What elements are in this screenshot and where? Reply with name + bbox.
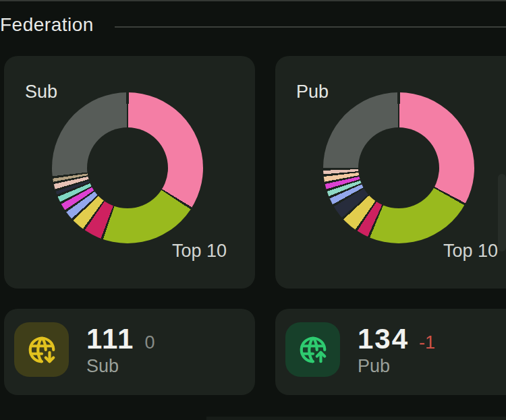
pub-stat-text: 134 -1 Pub	[358, 325, 435, 377]
donut-hole	[358, 127, 439, 208]
sub-delta: 0	[144, 334, 154, 352]
sub-stat-panel: 111 0 Sub	[4, 309, 255, 395]
section-title: Federation	[0, 14, 94, 36]
top-divider	[0, 0, 506, 1]
globe-up-icon	[285, 322, 340, 377]
top10-label-sub: Top 10	[172, 241, 227, 262]
pub-delta: -1	[419, 334, 435, 352]
sub-stat-text: 111 0 Sub	[86, 325, 154, 377]
pub-donut-chart[interactable]	[323, 92, 474, 243]
sub-chart-panel: Sub Top 10	[4, 56, 255, 289]
pub-stat-label: Pub	[358, 357, 435, 377]
sub-donut-chart[interactable]	[52, 92, 203, 243]
pub-count: 134	[358, 325, 409, 353]
pub-stat-panel: 134 -1 Pub	[275, 309, 506, 395]
chart-title-pub: Pub	[296, 82, 329, 102]
header-divider	[115, 26, 506, 28]
chart-title-sub: Sub	[25, 82, 57, 102]
scrollbar-thumb[interactable]	[498, 174, 506, 251]
top10-label-pub: Top 10	[443, 241, 498, 262]
next-section-edge	[206, 417, 506, 420]
globe-down-icon	[14, 322, 69, 377]
donut-hole	[87, 127, 168, 208]
pub-chart-panel: Pub Top 10	[275, 56, 506, 289]
sub-count: 111	[86, 325, 134, 353]
sub-stat-label: Sub	[86, 357, 154, 377]
